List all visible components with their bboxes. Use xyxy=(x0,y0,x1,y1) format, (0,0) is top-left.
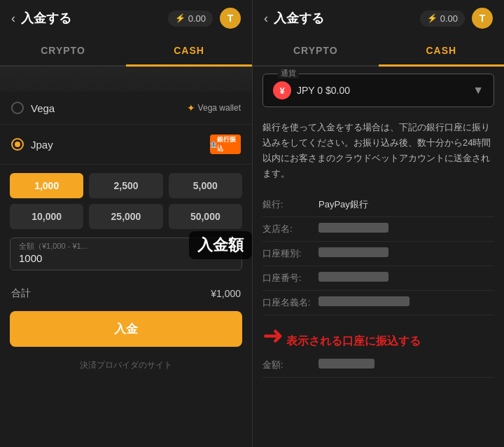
left-amount-5000[interactable]: 5,000 xyxy=(169,173,242,198)
right-currency-label: 通貨 xyxy=(278,68,299,78)
left-tab-crypto[interactable]: CRYPTO xyxy=(0,36,126,65)
right-currency-wrapper: 通貨 ¥ JPY 0 $0.00 ▼ xyxy=(262,74,494,107)
left-provider-note: 決済プロバイダのサイト xyxy=(0,352,252,376)
right-bank-details: 銀行: PayPay銀行 支店名: 口座種別: 口座番号: 口座名義名: xyxy=(253,190,504,318)
left-tab-cash[interactable]: CASH xyxy=(126,36,252,67)
right-amount-label: 金額: xyxy=(262,359,318,371)
right-amount-value xyxy=(318,359,374,369)
right-currency-left: ¥ JPY 0 $0.00 xyxy=(273,81,350,99)
left-jpay-logo-badge: 🏦 銀行振込 xyxy=(210,135,241,154)
left-jpay-logo: 🏦 銀行振込 xyxy=(210,135,241,154)
right-bank-row-bank: 銀行: PayPay銀行 xyxy=(262,193,494,217)
right-bank-row-type: 口座種別: xyxy=(262,242,494,266)
left-page-title: 入金する xyxy=(21,10,71,27)
left-jpay-option[interactable]: Jpay 🏦 銀行振込 xyxy=(0,125,252,165)
right-header-left: ‹ 入金する xyxy=(264,10,324,27)
left-input-section: 全額（¥1,000 - ¥1... 入金額 xyxy=(0,238,252,282)
left-amount-input-row: 全額（¥1,000 - ¥1... xyxy=(10,238,242,270)
right-branch-label: 支店名: xyxy=(262,223,318,235)
right-type-label: 口座種別: xyxy=(262,247,318,260)
right-balance-value: 0.00 xyxy=(440,13,458,24)
left-balance-value: 0.00 xyxy=(188,13,206,24)
right-number-value xyxy=(318,272,388,282)
right-header-right: ⚡ 0.00 T xyxy=(420,8,493,29)
left-amount-10000[interactable]: 10,000 xyxy=(10,204,83,229)
left-vega-radio[interactable] xyxy=(11,102,24,114)
right-avatar[interactable]: T xyxy=(472,8,493,29)
left-jpay-badge-text: 銀行振込 xyxy=(217,135,241,153)
right-page-title: 入金する xyxy=(274,10,324,27)
right-number-label: 口座番号: xyxy=(262,272,318,284)
left-header-right: ⚡ 0.00 T xyxy=(168,8,241,29)
right-header: ‹ 入金する ⚡ 0.00 T xyxy=(253,0,504,36)
left-vega-logo: ✦ Vega wallet xyxy=(187,102,241,114)
left-deposit-label-overlay: 全額（¥1,000 - ¥1... 入金額 xyxy=(10,238,242,270)
right-bank-info-text: 銀行を使って入金をする場合は、下記の銀行口座に振り込みをしてください。お振り込み… xyxy=(253,114,504,190)
left-header-left: ‹ 入金する xyxy=(11,10,71,27)
right-holder-value xyxy=(318,296,410,306)
left-content: Vega ✦ Vega wallet Jpay 🏦 銀行振込 1,000 xyxy=(0,67,252,447)
right-amount-row: 金額: xyxy=(262,353,494,378)
left-back-button[interactable]: ‹ xyxy=(11,11,15,26)
left-header: ‹ 入金する ⚡ 0.00 T xyxy=(0,0,252,36)
left-jpay-name: Jpay xyxy=(31,139,53,151)
right-yen-icon: ¥ xyxy=(273,81,291,99)
left-lightning-icon: ⚡ xyxy=(175,13,186,23)
vega-icon: ✦ xyxy=(187,102,195,114)
left-amount-25000[interactable]: 25,000 xyxy=(89,204,162,229)
left-vega-name: Vega xyxy=(31,102,55,114)
right-panel: ‹ 入金する ⚡ 0.00 T CRYPTO CASH 通貨 ¥ JPY xyxy=(252,0,504,447)
left-tabs: CRYPTO CASH xyxy=(0,36,252,67)
right-currency-info: JPY 0 $0.00 xyxy=(297,85,350,96)
right-bank-label: 銀行: xyxy=(262,198,318,211)
right-amount-section: 金額: xyxy=(253,350,504,380)
left-total-label: 合計 xyxy=(11,287,31,300)
left-avatar[interactable]: T xyxy=(220,8,241,29)
right-branch-value xyxy=(318,223,388,233)
left-jpay-radio[interactable] xyxy=(11,138,24,151)
left-amount-grid: 1,000 2,500 5,000 10,000 25,000 50,000 xyxy=(0,165,252,238)
right-bank-row-holder: 口座名義名: xyxy=(262,291,494,315)
left-total-amount: ¥1,000 xyxy=(211,288,241,299)
right-tab-cash[interactable]: CASH xyxy=(379,36,505,67)
left-blurred-options xyxy=(0,67,252,92)
right-bank-value: PayPay銀行 xyxy=(318,198,494,211)
right-lightning-icon: ⚡ xyxy=(427,13,438,23)
left-amount-50000[interactable]: 50,000 xyxy=(169,204,242,229)
right-tab-crypto[interactable]: CRYPTO xyxy=(253,36,379,65)
left-amount-input[interactable] xyxy=(19,252,233,264)
left-balance-badge: ⚡ 0.00 xyxy=(168,11,213,27)
left-vega-option[interactable]: Vega ✦ Vega wallet xyxy=(0,92,252,125)
right-bank-row-branch: 支店名: xyxy=(262,217,494,242)
right-currency-amount-val: 0 xyxy=(317,85,323,96)
right-currency-code: JPY xyxy=(297,85,314,96)
right-red-arrow-icon: ➜ xyxy=(262,321,284,350)
right-balance-badge: ⚡ 0.00 xyxy=(420,11,465,27)
left-input-hint: 全額（¥1,000 - ¥1... xyxy=(19,241,88,252)
left-amount-1000[interactable]: 1,000 xyxy=(10,173,83,198)
right-currency-usd-val: $0.00 xyxy=(326,85,350,96)
right-holder-label: 口座名義名: xyxy=(262,296,318,309)
right-bank-row-number: 口座番号: xyxy=(262,266,494,291)
right-tabs: CRYPTO CASH xyxy=(253,36,504,67)
left-amount-2500[interactable]: 2,500 xyxy=(89,173,162,198)
right-content: 通貨 ¥ JPY 0 $0.00 ▼ 銀行を使って入金をする場合は、下記の銀行口… xyxy=(253,67,504,447)
right-currency-selector[interactable]: ¥ JPY 0 $0.00 ▼ xyxy=(262,74,494,107)
right-arrow-label-text: 表示される口座に振込する xyxy=(286,334,421,349)
right-arrow-label-container: ➜ 表示される口座に振込する xyxy=(253,318,504,350)
right-chevron-down-icon: ▼ xyxy=(472,84,484,97)
left-vega-wallet-label: Vega wallet xyxy=(198,103,241,113)
left-panel: ‹ 入金する ⚡ 0.00 T CRYPTO CASH Vega ✦ Vega xyxy=(0,0,252,447)
left-deposit-button[interactable]: 入金 xyxy=(10,311,242,347)
left-total-row: 合計 ¥1,000 xyxy=(0,282,252,305)
right-back-button[interactable]: ‹ xyxy=(264,11,268,26)
right-type-value xyxy=(318,247,388,257)
left-jpay-badge-icon: 🏦 xyxy=(210,142,217,148)
